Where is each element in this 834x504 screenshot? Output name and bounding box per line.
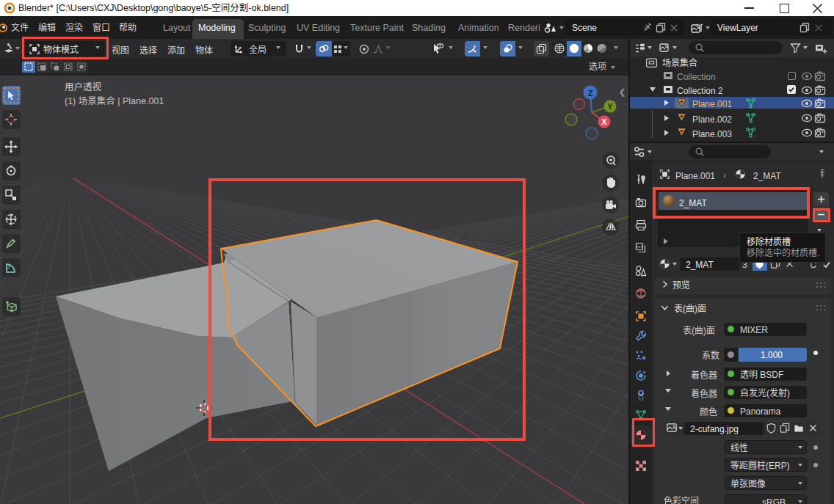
svg-text:X: X [601,117,606,126]
svg-text:Y: Y [607,102,612,111]
svg-text:Z: Z [588,89,593,98]
